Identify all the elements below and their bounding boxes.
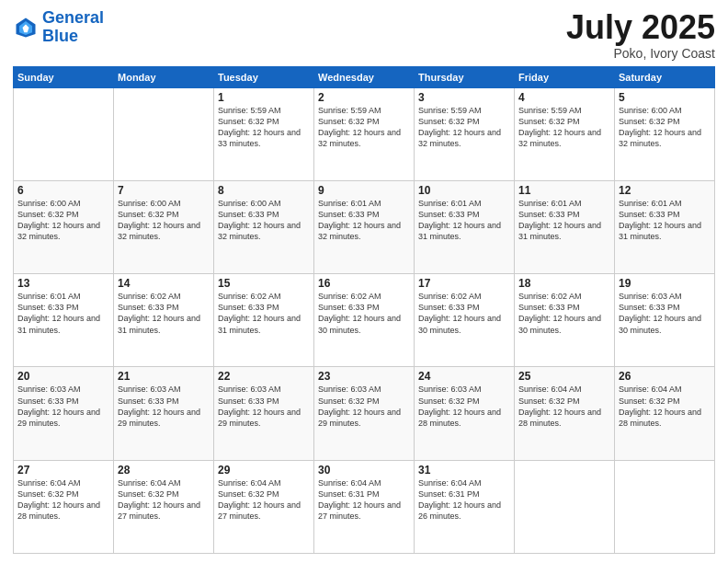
- calendar-day-cell: 22Sunrise: 6:03 AMSunset: 6:33 PMDayligh…: [214, 367, 314, 460]
- calendar-day-cell: 4Sunrise: 5:59 AMSunset: 6:32 PMDaylight…: [515, 87, 615, 180]
- day-number: 9: [318, 184, 410, 197]
- calendar-day-cell: 5Sunrise: 6:00 AMSunset: 6:32 PMDaylight…: [615, 87, 715, 180]
- day-number: 6: [17, 184, 109, 197]
- day-info: Sunrise: 5:59 AMSunset: 6:32 PMDaylight:…: [218, 105, 310, 150]
- day-number: 2: [318, 91, 410, 104]
- calendar-day-cell: 2Sunrise: 5:59 AMSunset: 6:32 PMDaylight…: [314, 87, 415, 180]
- day-number: 20: [17, 370, 109, 383]
- day-number: 19: [619, 277, 711, 290]
- day-info: Sunrise: 6:04 AMSunset: 6:32 PMDaylight:…: [518, 384, 610, 429]
- logo-icon: [13, 15, 39, 40]
- day-info: Sunrise: 6:03 AMSunset: 6:32 PMDaylight:…: [318, 384, 410, 429]
- calendar-week-row: 13Sunrise: 6:01 AMSunset: 6:33 PMDayligh…: [14, 274, 715, 367]
- day-info: Sunrise: 6:01 AMSunset: 6:33 PMDaylight:…: [318, 198, 410, 243]
- logo-text: General Blue: [42, 9, 104, 46]
- day-info: Sunrise: 6:01 AMSunset: 6:33 PMDaylight:…: [518, 198, 610, 243]
- day-number: 27: [17, 464, 109, 477]
- calendar-day-cell: 24Sunrise: 6:03 AMSunset: 6:32 PMDayligh…: [415, 367, 515, 460]
- day-number: 16: [318, 277, 410, 290]
- day-info: Sunrise: 6:04 AMSunset: 6:31 PMDaylight:…: [318, 477, 410, 523]
- day-number: 26: [619, 370, 711, 383]
- calendar-day-cell: 21Sunrise: 6:03 AMSunset: 6:33 PMDayligh…: [114, 367, 214, 460]
- day-number: 21: [118, 370, 210, 383]
- day-number: 25: [518, 370, 610, 383]
- day-number: 28: [118, 464, 210, 477]
- day-info: Sunrise: 6:03 AMSunset: 6:33 PMDaylight:…: [17, 384, 109, 429]
- day-number: 4: [518, 91, 610, 104]
- day-info: Sunrise: 6:04 AMSunset: 6:32 PMDaylight:…: [218, 477, 310, 523]
- day-number: 23: [318, 370, 410, 383]
- calendar-week-row: 27Sunrise: 6:04 AMSunset: 6:32 PMDayligh…: [14, 460, 715, 553]
- logo: General Blue: [13, 9, 104, 46]
- calendar-day-cell: 13Sunrise: 6:01 AMSunset: 6:33 PMDayligh…: [14, 274, 114, 367]
- location: Poko, Ivory Coast: [566, 46, 715, 61]
- calendar-day-cell: 9Sunrise: 6:01 AMSunset: 6:33 PMDaylight…: [314, 180, 415, 273]
- day-number: 8: [218, 184, 310, 197]
- weekday-header: Saturday: [615, 66, 715, 87]
- weekday-header: Monday: [114, 66, 214, 87]
- calendar-day-cell: 31Sunrise: 6:04 AMSunset: 6:31 PMDayligh…: [415, 460, 515, 553]
- day-info: Sunrise: 6:00 AMSunset: 6:32 PMDaylight:…: [118, 198, 210, 243]
- calendar-day-cell: [114, 87, 214, 180]
- day-number: 15: [218, 277, 310, 290]
- day-info: Sunrise: 6:01 AMSunset: 6:33 PMDaylight:…: [17, 291, 109, 336]
- calendar-day-cell: 26Sunrise: 6:04 AMSunset: 6:32 PMDayligh…: [615, 367, 715, 460]
- day-info: Sunrise: 5:59 AMSunset: 6:32 PMDaylight:…: [418, 105, 510, 150]
- day-number: 18: [518, 277, 610, 290]
- day-info: Sunrise: 6:04 AMSunset: 6:32 PMDaylight:…: [619, 384, 711, 429]
- day-info: Sunrise: 6:01 AMSunset: 6:33 PMDaylight:…: [418, 198, 510, 243]
- calendar-day-cell: 11Sunrise: 6:01 AMSunset: 6:33 PMDayligh…: [515, 180, 615, 273]
- day-info: Sunrise: 5:59 AMSunset: 6:32 PMDaylight:…: [518, 105, 610, 150]
- day-number: 13: [17, 277, 109, 290]
- day-info: Sunrise: 6:02 AMSunset: 6:33 PMDaylight:…: [118, 291, 210, 336]
- calendar-day-cell: 23Sunrise: 6:03 AMSunset: 6:32 PMDayligh…: [314, 367, 415, 460]
- calendar-day-cell: 14Sunrise: 6:02 AMSunset: 6:33 PMDayligh…: [114, 274, 214, 367]
- day-number: 22: [218, 370, 310, 383]
- day-info: Sunrise: 6:00 AMSunset: 6:32 PMDaylight:…: [17, 198, 109, 243]
- calendar-day-cell: 19Sunrise: 6:03 AMSunset: 6:33 PMDayligh…: [615, 274, 715, 367]
- month-title: July 2025: [566, 9, 715, 46]
- calendar-day-cell: 3Sunrise: 5:59 AMSunset: 6:32 PMDaylight…: [415, 87, 515, 180]
- day-info: Sunrise: 6:02 AMSunset: 6:33 PMDaylight:…: [218, 291, 310, 336]
- weekday-header: Friday: [515, 66, 615, 87]
- weekday-header: Tuesday: [214, 66, 314, 87]
- day-info: Sunrise: 6:02 AMSunset: 6:33 PMDaylight:…: [518, 291, 610, 336]
- title-block: July 2025 Poko, Ivory Coast: [566, 9, 715, 61]
- day-number: 5: [619, 91, 711, 104]
- calendar-day-cell: 27Sunrise: 6:04 AMSunset: 6:32 PMDayligh…: [14, 460, 114, 553]
- calendar-day-cell: 6Sunrise: 6:00 AMSunset: 6:32 PMDaylight…: [14, 180, 114, 273]
- day-number: 17: [418, 277, 510, 290]
- day-number: 31: [418, 464, 510, 477]
- day-info: Sunrise: 5:59 AMSunset: 6:32 PMDaylight:…: [318, 105, 410, 150]
- calendar-week-row: 20Sunrise: 6:03 AMSunset: 6:33 PMDayligh…: [14, 367, 715, 460]
- calendar-day-cell: 8Sunrise: 6:00 AMSunset: 6:33 PMDaylight…: [214, 180, 314, 273]
- day-info: Sunrise: 6:03 AMSunset: 6:33 PMDaylight:…: [619, 291, 711, 336]
- day-number: 30: [318, 464, 410, 477]
- weekday-header: Sunday: [14, 66, 114, 87]
- day-info: Sunrise: 6:01 AMSunset: 6:33 PMDaylight:…: [619, 198, 711, 243]
- calendar-day-cell: 18Sunrise: 6:02 AMSunset: 6:33 PMDayligh…: [515, 274, 615, 367]
- calendar-day-cell: 17Sunrise: 6:02 AMSunset: 6:33 PMDayligh…: [415, 274, 515, 367]
- calendar-day-cell: 15Sunrise: 6:02 AMSunset: 6:33 PMDayligh…: [214, 274, 314, 367]
- day-info: Sunrise: 6:00 AMSunset: 6:32 PMDaylight:…: [619, 105, 711, 150]
- calendar-day-cell: [515, 460, 615, 553]
- calendar-day-cell: 20Sunrise: 6:03 AMSunset: 6:33 PMDayligh…: [14, 367, 114, 460]
- day-number: 1: [218, 91, 310, 104]
- calendar-day-cell: 7Sunrise: 6:00 AMSunset: 6:32 PMDaylight…: [114, 180, 214, 273]
- day-number: 7: [118, 184, 210, 197]
- day-info: Sunrise: 6:03 AMSunset: 6:33 PMDaylight:…: [218, 384, 310, 429]
- day-info: Sunrise: 6:04 AMSunset: 6:32 PMDaylight:…: [17, 477, 109, 523]
- day-number: 24: [418, 370, 510, 383]
- page: General Blue July 2025 Poko, Ivory Coast…: [0, 0, 728, 563]
- calendar-day-cell: 1Sunrise: 5:59 AMSunset: 6:32 PMDaylight…: [214, 87, 314, 180]
- calendar-week-row: 1Sunrise: 5:59 AMSunset: 6:32 PMDaylight…: [14, 87, 715, 180]
- day-info: Sunrise: 6:04 AMSunset: 6:32 PMDaylight:…: [118, 477, 210, 523]
- day-number: 11: [518, 184, 610, 197]
- calendar-day-cell: 25Sunrise: 6:04 AMSunset: 6:32 PMDayligh…: [515, 367, 615, 460]
- day-number: 14: [118, 277, 210, 290]
- calendar-day-cell: [14, 87, 114, 180]
- calendar-day-cell: 12Sunrise: 6:01 AMSunset: 6:33 PMDayligh…: [615, 180, 715, 273]
- weekday-header: Thursday: [415, 66, 515, 87]
- calendar-day-cell: 30Sunrise: 6:04 AMSunset: 6:31 PMDayligh…: [314, 460, 415, 553]
- calendar-day-cell: [615, 460, 715, 553]
